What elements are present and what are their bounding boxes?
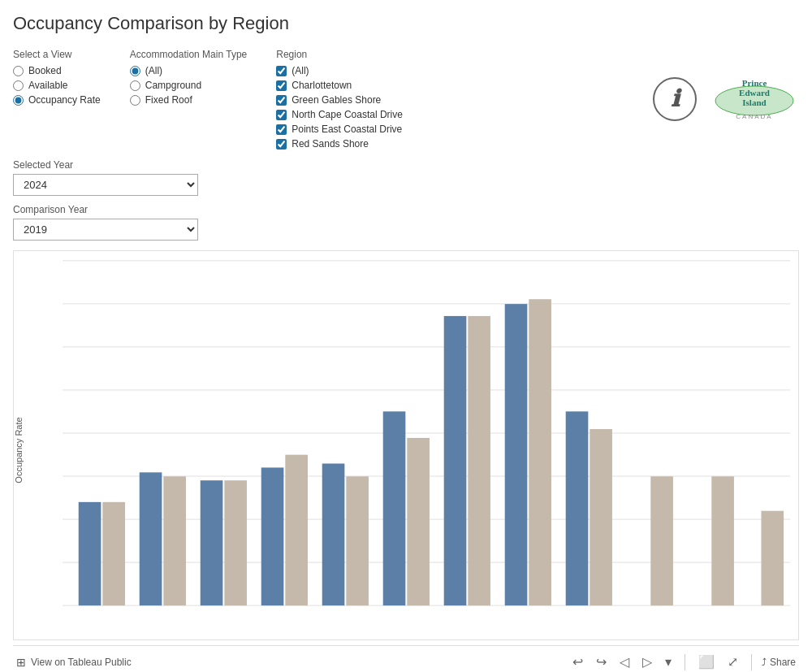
svg-text:Prince: Prince — [742, 78, 767, 88]
bar-mar-blue — [201, 480, 223, 605]
checkbox-charlottetown-label: Charlottetown — [292, 80, 352, 91]
radio-fixed-roof-label: Fixed Roof — [145, 94, 192, 106]
radio-acc-all-label: (All) — [145, 65, 162, 76]
pei-logo: Prince Edward Island CANADA — [710, 70, 799, 129]
checkbox-green-gables-input[interactable] — [276, 95, 287, 106]
bar-jul-blue — [444, 316, 467, 605]
radio-booked-label: Booked — [28, 65, 62, 76]
region-section-label: Region — [276, 49, 403, 60]
view-section: Select a View Booked Available Occupancy… — [13, 49, 101, 150]
bar-mar-gray — [224, 480, 247, 605]
back-button[interactable]: ◁ — [616, 652, 633, 671]
radio-fixed-roof-input[interactable] — [130, 95, 140, 106]
comparison-year-label: Comparison Year — [13, 204, 799, 215]
bar-jul-gray — [468, 316, 490, 605]
bottom-icons: ↩ ↪ ◁ ▷ ▾ ⬜ ⤢ ⤴ Share — [569, 652, 796, 671]
more-options-button[interactable]: ▾ — [662, 652, 675, 671]
info-icon[interactable]: ℹ — [653, 77, 697, 121]
bar-feb-gray — [163, 476, 186, 605]
bar-jan-blue — [79, 502, 102, 605]
accommodation-section: Accommodation Main Type (All) Campground… — [130, 49, 248, 150]
region-section: Region (All) Charlottetown Green Gables … — [276, 49, 403, 150]
y-axis-label: Occupancy Rate — [14, 417, 24, 483]
pei-logo-area: ℹ Prince Edward Island CANADA — [432, 49, 799, 150]
redo-button[interactable]: ↪ — [593, 652, 610, 671]
bar-may-gray — [346, 476, 369, 605]
page-title: Occupancy Comparison by Region — [13, 13, 799, 34]
radio-occupancy-rate[interactable]: Occupancy Rate — [13, 94, 101, 106]
chart-svg: 80.0% 70.0% 60.0% 50.0% 40.0% 30.0% 20.0… — [63, 259, 790, 607]
radio-booked[interactable]: Booked — [13, 65, 101, 76]
checkbox-red-sands-input[interactable] — [276, 139, 287, 150]
bar-oct-gray — [650, 476, 673, 605]
radio-campground-label: Campground — [145, 80, 201, 91]
comparison-year-select[interactable]: 2019 2018 2017 2016 2015 — [13, 219, 198, 241]
bar-nov-gray — [711, 476, 734, 605]
bar-apr-gray — [285, 455, 308, 606]
bar-aug-gray — [529, 299, 551, 605]
bar-jun-blue — [383, 411, 406, 605]
tableau-link[interactable]: ⊞ View on Tableau Public — [16, 656, 132, 669]
bar-feb-blue — [140, 472, 162, 605]
checkbox-green-gables[interactable]: Green Gables Shore — [276, 94, 403, 106]
bar-sep-blue — [566, 411, 589, 605]
checkbox-points-east-label: Points East Coastal Drive — [292, 124, 402, 135]
share-label: Share — [770, 657, 796, 668]
bar-jun-gray — [407, 438, 430, 605]
bar-sep-gray — [590, 429, 612, 605]
comparison-year-section: Comparison Year 2019 2018 2017 2016 2015 — [13, 204, 799, 241]
svg-text:CANADA: CANADA — [736, 113, 772, 120]
radio-campground[interactable]: Campground — [130, 80, 248, 91]
svg-text:Island: Island — [742, 98, 766, 107]
radio-available-label: Available — [28, 80, 67, 91]
checkbox-charlottetown-input[interactable] — [276, 80, 287, 91]
radio-acc-all[interactable]: (All) — [130, 65, 248, 76]
checkbox-red-sands-label: Red Sands Shore — [292, 138, 369, 150]
checkbox-region-all-input[interactable] — [276, 66, 287, 76]
checkbox-red-sands[interactable]: Red Sands Shore — [276, 138, 403, 150]
share-button[interactable]: ⤴ Share — [762, 657, 796, 668]
undo-button[interactable]: ↩ — [569, 652, 586, 671]
radio-acc-all-input[interactable] — [130, 66, 140, 76]
accommodation-section-label: Accommodation Main Type — [130, 49, 248, 60]
selected-year-section: Selected Year 2024 2023 2022 2021 2020 2… — [13, 159, 799, 196]
present-button[interactable]: ⬜ — [695, 652, 718, 671]
bottom-bar: ⊞ View on Tableau Public ↩ ↪ ◁ ▷ ▾ ⬜ ⤢ ⤴… — [13, 645, 799, 672]
checkbox-charlottetown[interactable]: Charlottetown — [276, 80, 403, 91]
radio-fixed-roof[interactable]: Fixed Roof — [130, 94, 248, 106]
checkbox-north-cape-input[interactable] — [276, 110, 287, 120]
selected-year-label: Selected Year — [13, 159, 799, 171]
checkbox-north-cape[interactable]: North Cape Coastal Drive — [276, 109, 403, 120]
checkbox-points-east-input[interactable] — [276, 124, 287, 135]
svg-text:Edward: Edward — [739, 88, 770, 98]
checkbox-north-cape-label: North Cape Coastal Drive — [292, 109, 403, 120]
checkbox-points-east[interactable]: Points East Coastal Drive — [276, 124, 403, 135]
bar-aug-blue — [505, 304, 528, 605]
bar-dec-gray — [761, 511, 784, 605]
forward-button[interactable]: ▷ — [639, 652, 655, 671]
radio-available-input[interactable] — [13, 80, 24, 91]
checkbox-region-all-label: (All) — [292, 65, 309, 76]
chart-area: Occupancy Rate 80.0% 70.0% 60.0% 50.0% 4… — [13, 250, 799, 640]
tableau-link-label: View on Tableau Public — [31, 657, 132, 668]
controls-row: Select a View Booked Available Occupancy… — [13, 49, 799, 150]
divider2 — [751, 654, 752, 670]
radio-occupancy-rate-label: Occupancy Rate — [28, 94, 101, 106]
checkbox-region-all[interactable]: (All) — [276, 65, 403, 76]
accommodation-radio-group: (All) Campground Fixed Roof — [130, 65, 248, 106]
divider — [685, 654, 685, 670]
view-section-label: Select a View — [13, 49, 101, 60]
expand-button[interactable]: ⤢ — [724, 652, 741, 671]
share-icon: ⤴ — [762, 657, 767, 668]
bar-may-blue — [322, 463, 345, 605]
tableau-grid-icon: ⊞ — [16, 656, 26, 669]
main-container: Occupancy Comparison by Region Select a … — [0, 0, 812, 672]
radio-occupancy-rate-input[interactable] — [13, 95, 24, 106]
checkbox-green-gables-label: Green Gables Shore — [292, 94, 381, 106]
bar-apr-blue — [261, 467, 284, 605]
selected-year-select[interactable]: 2024 2023 2022 2021 2020 2019 — [13, 174, 198, 196]
radio-campground-input[interactable] — [130, 80, 140, 91]
radio-available[interactable]: Available — [13, 80, 101, 91]
region-checkbox-group: (All) Charlottetown Green Gables Shore N… — [276, 65, 403, 150]
radio-booked-input[interactable] — [13, 66, 24, 76]
